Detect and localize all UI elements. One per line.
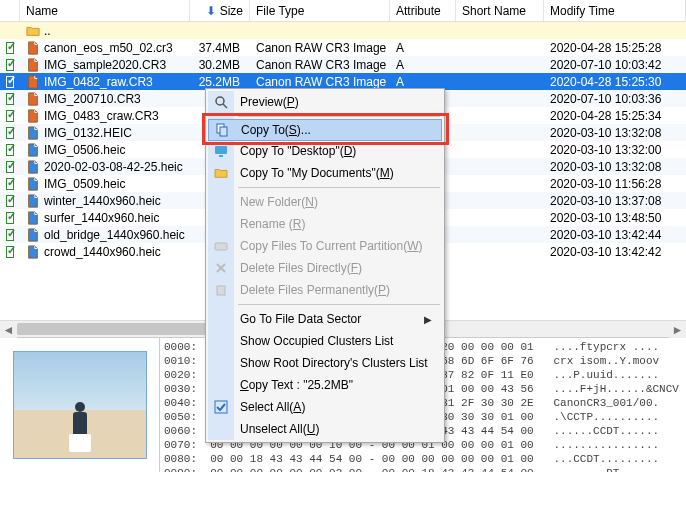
row-name: IMG_0482_raw.CR3 [20,75,190,89]
col-size-label: Size [220,4,243,18]
row-checkbox[interactable] [0,212,20,224]
menu-preview-label: Preview(P) [240,95,299,109]
preview-icon [213,94,229,110]
disk-icon [213,238,229,254]
menu-unselect-all[interactable]: Unselect All(U) [208,418,442,440]
col-name[interactable]: Name [20,0,190,21]
menu-occupied-clusters[interactable]: Show Occupied Clusters List [208,330,442,352]
svg-rect-5 [215,243,227,250]
row-name: old_bridge_1440x960.heic [20,228,190,242]
check-icon [6,110,14,122]
row-name: IMG_sample2020.CR3 [20,58,190,72]
menu-separator [238,116,440,117]
row-checkbox[interactable] [0,127,20,139]
row-checkbox[interactable] [0,195,20,207]
row-checkbox[interactable] [0,93,20,105]
menu-copy-mydocs[interactable]: Copy To "My Documents"(M) [208,162,442,184]
row-type: Canon RAW CR3 Image [250,41,390,55]
menu-copy-text[interactable]: Copy Text : "25.2MB" [208,374,442,396]
menu-delete-perm-label: Delete Files Permanently(P) [240,283,390,297]
delete-icon [213,260,229,276]
row-mtime: 2020-03-10 11:56:28 [544,177,686,191]
col-attr[interactable]: Attribute [390,0,456,21]
table-header: Name ⬇Size File Type Attribute Short Nam… [0,0,686,22]
parent-dir-row[interactable]: .. [0,22,686,39]
scroll-right-button[interactable]: ► [669,321,686,338]
check-icon [6,178,14,190]
menu-delete-direct-label: Delete Files Directly(F) [240,261,362,275]
svg-rect-4 [219,155,223,157]
col-name-label: Name [26,4,58,18]
menu-delete-perm: Delete Files Permanently(P) [208,279,442,301]
col-checkbox[interactable] [0,0,20,21]
menu-copy-to-label: Copy To(S)... [241,123,311,137]
preview-pane [0,338,160,472]
file-name: winter_1440x960.heic [44,194,161,208]
row-checkbox[interactable] [0,144,20,156]
col-mtime-label: Modify Time [550,4,615,18]
row-checkbox[interactable] [0,42,20,54]
file-name: IMG_0509.heic [44,177,125,191]
table-row[interactable]: canon_eos_m50_02.cr337.4MBCanon RAW CR3 … [0,39,686,56]
preview-thumbnail[interactable] [13,351,147,459]
row-mtime: 2020-03-10 13:48:50 [544,211,686,225]
menu-rename: Rename (R) [208,213,442,235]
check-icon [6,212,14,224]
row-size: 37.4MB [190,41,250,55]
check-icon [6,161,14,173]
menu-delete-direct: Delete Files Directly(F) [208,257,442,279]
row-checkbox[interactable] [0,59,20,71]
menu-goto-sector[interactable]: Go To File Data Sector ▶ [208,308,442,330]
row-mtime: 2020-04-28 15:25:30 [544,75,686,89]
file-name: crowd_1440x960.heic [44,245,161,259]
col-type[interactable]: File Type [250,0,390,21]
row-checkbox[interactable] [0,246,20,258]
file-name: IMG_sample2020.CR3 [44,58,166,72]
row-checkbox[interactable] [0,161,20,173]
scroll-left-button[interactable]: ◄ [0,321,17,338]
row-size: 30.2MB [190,58,250,72]
row-name: surfer_1440x960.heic [20,211,190,225]
parent-dir-label: .. [44,24,51,38]
row-checkbox[interactable] [0,178,20,190]
menu-copy-mydocs-label: Copy To "My Documents"(M) [240,166,394,180]
menu-unselect-all-label: Unselect All(U) [240,422,319,436]
col-short[interactable]: Short Name [456,0,544,21]
col-size[interactable]: ⬇Size [190,0,250,21]
row-name: crowd_1440x960.heic [20,245,190,259]
check-icon [6,42,14,54]
sort-desc-icon: ⬇ [206,4,216,18]
file-icon [26,109,40,123]
file-icon [26,41,40,55]
row-name: IMG_0132.HEIC [20,126,190,140]
menu-select-all[interactable]: Select All(A) [208,396,442,418]
col-mtime[interactable]: Modify Time [544,0,686,21]
row-type: Canon RAW CR3 Image [250,75,390,89]
menu-copy-desktop[interactable]: Copy To "Desktop"(D) [208,140,442,162]
file-name: IMG_0482_raw.CR3 [44,75,153,89]
row-checkbox[interactable] [0,229,20,241]
row-attr: A [390,58,456,72]
file-name: 2020-02-03-08-42-25.heic [44,160,183,174]
check-icon [6,144,14,156]
svg-point-0 [216,97,224,105]
file-name: old_bridge_1440x960.heic [44,228,185,242]
menu-copy-to[interactable]: Copy To(S)... [208,119,442,141]
menu-preview[interactable]: Preview(P) [208,91,442,113]
menu-root-clusters-label: Show Root Directory's Clusters List [240,356,428,370]
row-checkbox[interactable] [0,76,20,88]
row-mtime: 2020-04-28 15:25:28 [544,41,686,55]
file-icon [26,245,40,259]
row-checkbox[interactable] [0,110,20,122]
row-name: 2020-02-03-08-42-25.heic [20,160,190,174]
folder-icon [213,165,229,181]
row-name: winter_1440x960.heic [20,194,190,208]
row-name: canon_eos_m50_02.cr3 [20,41,190,55]
table-row[interactable]: IMG_sample2020.CR330.2MBCanon RAW CR3 Im… [0,56,686,73]
menu-separator [238,304,440,305]
row-name: IMG_0506.heic [20,143,190,157]
menu-root-clusters[interactable]: Show Root Directory's Clusters List [208,352,442,374]
row-mtime: 2020-07-10 10:03:36 [544,92,686,106]
folder-up-icon [26,24,40,38]
menu-occupied-clusters-label: Show Occupied Clusters List [240,334,393,348]
